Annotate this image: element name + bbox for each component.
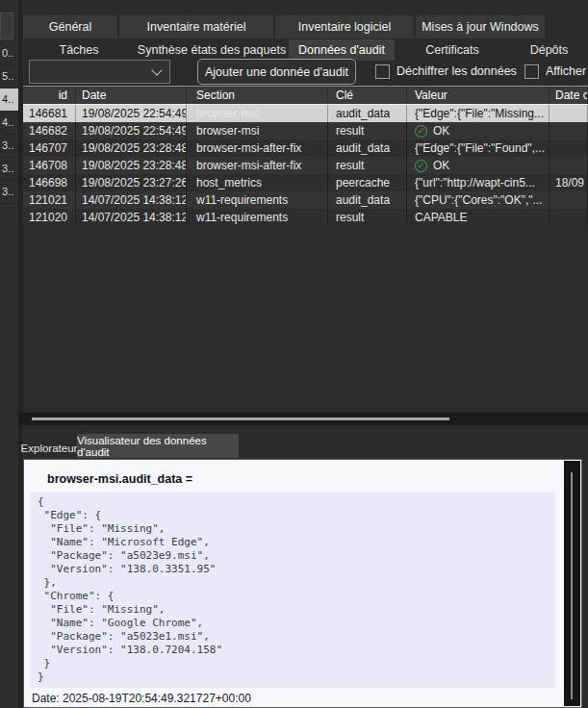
table-row[interactable]: 146682 19/08/2025 22:54:49 browser-msi r… — [23, 122, 588, 139]
code-line: "Package": "a5023e9.msi", — [38, 549, 555, 563]
add-audit-data-button[interactable]: Ajouter une donnée d'audit — [197, 59, 356, 85]
grid-empty-area — [23, 224, 588, 413]
tab-visualisateur-donnees-audit[interactable]: Visualisateur des données d'audit — [77, 434, 239, 458]
ok-check-icon: ✓ — [415, 125, 427, 138]
cell-valeur: {"CPU":{"Cores":"OK","... — [407, 191, 550, 209]
header-date[interactable]: Date — [76, 87, 187, 104]
cell-valeur: ✓ OK — [407, 157, 550, 174]
decrypt-data-checkbox[interactable] — [375, 64, 390, 79]
cell-date: 19/08/2025 23:28:48 — [76, 139, 187, 157]
left-id-cell[interactable]: 0.. — [0, 42, 18, 65]
cell-valeur-text: OK — [433, 157, 449, 174]
cell-date: 19/08/2025 22:54:49 — [76, 122, 187, 139]
left-id-cell-selected[interactable]: 4.. — [0, 88, 18, 112]
cell-date-c — [550, 139, 588, 157]
cell-valeur: {"Edge":{"File":"Missing... — [407, 105, 550, 122]
tab-mises-a-jour-windows[interactable]: Mises à jour Windows — [416, 15, 545, 38]
table-row[interactable]: 121021 14/07/2025 14:38:12 w11-requireme… — [23, 191, 588, 209]
left-id-cell[interactable]: 3.. — [0, 158, 18, 181]
code-line: "Name": "Microsoft Edge", — [38, 536, 555, 549]
cell-cle: result — [328, 122, 407, 139]
tab-visualisateur-label: Visualisateur des données d'audit — [77, 435, 239, 458]
cell-valeur: ✓ OK — [407, 122, 550, 139]
tab-explorateur[interactable]: Explorateur — [21, 438, 77, 458]
cell-date: 14/07/2025 14:38:12 — [76, 191, 187, 209]
table-row[interactable]: 146698 19/08/2025 23:27:26 host_metrics … — [23, 174, 588, 191]
cell-section: host_metrics — [187, 174, 328, 191]
tab-synthese-etats-paquets[interactable]: Synthèse états des paquets — [135, 39, 289, 61]
tab-bar-row1: Général Inventaire matériel Inventaire l… — [23, 15, 545, 38]
audit-data-grid: id Date Section Clé Valeur Date c 146681… — [23, 86, 588, 226]
cell-date-c — [550, 105, 588, 122]
tab-certificats[interactable]: Certificats — [395, 39, 510, 61]
code-line: { — [38, 495, 555, 509]
table-row[interactable]: 146707 19/08/2025 23:28:48 browser-msi-a… — [23, 139, 588, 157]
decrypt-data-checkbox-group: Déchiffrer les données — [375, 63, 517, 79]
tab-taches[interactable]: Tâches — [23, 39, 135, 61]
grid-body: 146681 19/08/2025 22:54:49 browser-msi a… — [23, 104, 588, 226]
cell-section: browser-msi-after-fix — [187, 157, 328, 174]
horizontal-scrollbar-thumb[interactable] — [32, 417, 449, 420]
horizontal-scrollbar[interactable] — [18, 413, 588, 425]
tab-inventaire-logiciel[interactable]: Inventaire logiciel — [275, 15, 414, 38]
cell-date: 19/08/2025 22:54:49 — [76, 105, 187, 122]
code-line: "File": "Missing", — [38, 522, 555, 536]
vertical-scrollbar-thumb[interactable] — [571, 472, 573, 699]
cell-valeur-text: OK — [433, 122, 449, 139]
chevron-down-icon — [151, 64, 162, 75]
cell-valeur: {"url":"http://wapt-cin5... — [407, 174, 550, 191]
cell-id: 146681 — [23, 105, 76, 122]
tab-general[interactable]: Général — [23, 15, 117, 38]
cell-date: 19/08/2025 23:27:26 — [76, 174, 187, 191]
code-line: "Version": "138.0.7204.158" — [38, 644, 555, 657]
header-valeur[interactable]: Valeur — [407, 87, 550, 104]
table-row[interactable]: 146681 19/08/2025 22:54:49 browser-msi a… — [23, 104, 588, 122]
code-line: "Version": "138.0.3351.95" — [38, 563, 555, 576]
show-checkbox-group: Afficher — [524, 63, 588, 79]
left-partial-control — [0, 13, 13, 39]
audit-filter-combobox[interactable] — [29, 60, 170, 84]
header-id[interactable]: id — [23, 87, 76, 104]
cell-section: browser-msi-after-fix — [187, 139, 328, 157]
cell-id: 146708 — [23, 157, 76, 174]
left-id-cell[interactable]: 4.. — [0, 112, 18, 135]
cell-cle: audit_data — [328, 191, 407, 209]
left-id-column: 0.. 5.. 4.. 4.. 3.. 3.. 3.. — [0, 42, 18, 204]
cell-section: browser-msi — [187, 105, 328, 122]
tab-explorateur-label: Explorateur — [21, 442, 78, 454]
grid-header-row: id Date Section Clé Valeur Date c — [23, 87, 588, 104]
cell-cle: peercache — [328, 174, 407, 191]
cell-valeur: {"Edge":{"File":"Found",... — [407, 139, 550, 157]
cell-date-c — [550, 122, 588, 139]
left-id-cell[interactable]: 3.. — [0, 135, 18, 158]
cell-date-c: 18/09 — [550, 174, 588, 191]
header-cle[interactable]: Clé — [328, 87, 407, 104]
decrypt-data-label: Déchiffrer les données — [396, 64, 517, 78]
header-section[interactable]: Section — [187, 87, 328, 104]
header-date-c[interactable]: Date c — [550, 87, 588, 104]
table-row[interactable]: 146708 19/08/2025 23:28:48 browser-msi-a… — [23, 157, 588, 174]
left-id-cell[interactable]: 3.. — [0, 181, 18, 204]
audit-data-viewer-panel: browser-msi.audit_data = { "Edge": { "Fi… — [23, 459, 582, 708]
cell-cle: audit_data — [328, 139, 407, 157]
code-line: "Edge": { — [38, 509, 555, 522]
viewer-title: browser-msi.audit_data = — [47, 472, 192, 486]
ok-check-icon: ✓ — [415, 160, 427, 172]
tab-donnees-audit[interactable]: Données d'audit — [289, 39, 395, 61]
tab-inventaire-materiel[interactable]: Inventaire matériel — [119, 15, 273, 38]
show-checkbox[interactable] — [524, 64, 539, 79]
left-id-cell[interactable]: 5.. — [0, 65, 18, 88]
cell-id: 121021 — [23, 191, 76, 209]
code-line: }, — [38, 576, 555, 590]
tab-bar-row2: Tâches Synthèse états des paquets Donnée… — [23, 39, 588, 61]
cell-section: w11-requirements — [187, 191, 328, 209]
cell-date: 19/08/2025 23:28:48 — [76, 157, 187, 174]
tab-depots[interactable]: Dépôts — [510, 39, 588, 61]
vertical-scrollbar[interactable] — [564, 461, 580, 706]
viewer-date-line: Date: 2025-08-19T20:54:49.321727+00:00 — [32, 692, 251, 705]
code-line: "Chrome": { — [38, 590, 555, 603]
cell-id: 146707 — [23, 139, 76, 157]
show-label: Afficher — [546, 64, 586, 78]
cell-cle: audit_data — [328, 105, 407, 122]
json-code-block: { "Edge": { "File": "Missing", "Name": "… — [30, 492, 555, 688]
